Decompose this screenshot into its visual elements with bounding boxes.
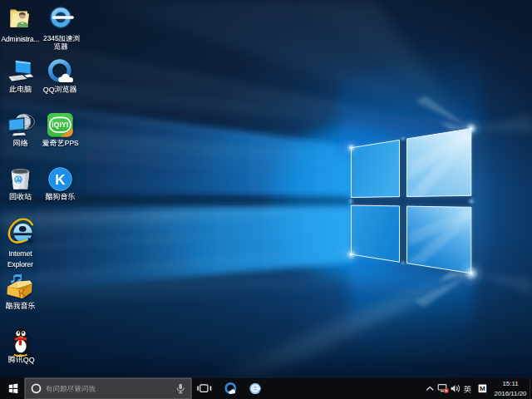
svg-text:15:11: 15:11 [502, 380, 518, 387]
svg-text:PPS: PPS [65, 139, 79, 147]
svg-text:QQ: QQ [23, 356, 35, 364]
svg-text:K: K [55, 172, 66, 188]
svg-text:iQIYI: iQIYI [52, 121, 68, 129]
svg-text:QQ: QQ [43, 86, 55, 94]
svg-text:Internet: Internet [8, 249, 32, 258]
svg-text:2345: 2345 [43, 34, 59, 42]
svg-text:M: M [480, 385, 485, 392]
svg-text:Explorer: Explorer [7, 260, 33, 268]
svg-text:2016/11/20: 2016/11/20 [495, 390, 528, 397]
svg-text:Administra...: Administra... [1, 35, 39, 43]
